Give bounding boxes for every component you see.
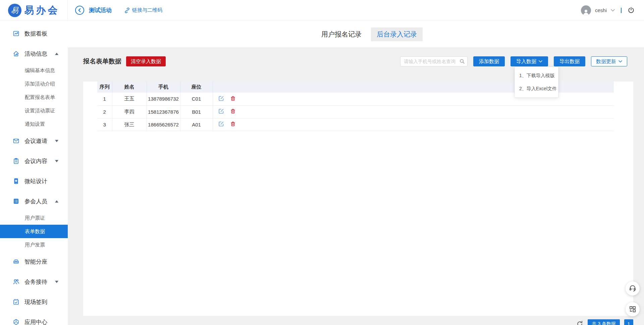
cell-actions xyxy=(213,118,614,131)
sidebar-item-label: 会议内容 xyxy=(24,157,47,165)
sidebar-item-label: 现场签到 xyxy=(24,298,47,306)
sidebar-item-label: 智能分座 xyxy=(24,258,47,266)
chevron-down-icon xyxy=(55,281,58,283)
sidebar-item-label: 数据看板 xyxy=(24,30,47,38)
header-user-area: ceshi xyxy=(581,5,644,15)
sidebar-item-label: 微站设计 xyxy=(24,177,47,185)
dashboard-icon xyxy=(13,30,19,37)
trash-icon xyxy=(230,96,236,101)
app-logo: 易 易办会 xyxy=(0,0,68,20)
sidebar-item-dashboard[interactable]: 数据看板 xyxy=(0,23,68,44)
sidebar-item-reception[interactable]: 会务接待 xyxy=(0,272,68,292)
pagination-bar: 共 3 条数据 1 xyxy=(68,319,633,325)
sidebar-subitem-add-activity-intro[interactable]: 添加活动介绍 xyxy=(0,77,68,91)
panel-title: 报名表单数据 xyxy=(83,57,121,66)
add-data-button[interactable]: 添加数据 xyxy=(473,56,505,66)
table-toolbar: 报名表单数据 清空录入数据 添加数据 导入数据 导出数据 数据更新 xyxy=(83,56,627,66)
sidebar-subitem-edit-basic-info[interactable]: 编辑基本信息 xyxy=(0,64,68,77)
edit-icon xyxy=(218,108,224,114)
chevron-down-icon xyxy=(55,140,58,142)
menu-item-import-excel[interactable]: 2、导入Excel文件 xyxy=(515,82,558,95)
sidebar-item-smart-seating[interactable]: 智能分座 xyxy=(0,252,68,272)
edit-row-button[interactable] xyxy=(218,108,224,115)
chevron-down-icon xyxy=(619,60,622,63)
user-name: ceshi xyxy=(595,7,607,13)
search-input[interactable] xyxy=(400,56,468,66)
tab-backend-entry-records[interactable]: 后台录入记录 xyxy=(371,28,423,41)
cell-actions xyxy=(213,105,614,118)
clipboard-icon xyxy=(13,158,19,164)
logo-glyph: 易 xyxy=(11,5,18,15)
sidebar-item-onsite-checkin[interactable]: 现场签到 xyxy=(0,292,68,312)
cell-seq: 2 xyxy=(97,105,112,118)
refresh-icon xyxy=(576,320,583,325)
search-icon[interactable] xyxy=(460,59,465,64)
cell-seq: 1 xyxy=(97,93,112,105)
link-qrcode-button[interactable]: 链接与二维码 xyxy=(124,7,162,14)
table-row: 2 李四 15812367876 B01 xyxy=(97,105,614,118)
sidebar-item-meeting-invite[interactable]: 会议邀请 xyxy=(0,131,68,151)
sidebar-item-microsite-design[interactable]: 微站设计 xyxy=(0,171,68,191)
cell-seq: 3 xyxy=(97,118,112,131)
qrcode-button[interactable] xyxy=(626,302,640,316)
headset-icon xyxy=(629,284,637,292)
sidebar-item-app-center[interactable]: 应用中心 xyxy=(0,312,68,325)
delete-row-button[interactable] xyxy=(230,108,236,115)
link-icon xyxy=(124,7,130,14)
data-update-label: 数据更新 xyxy=(596,58,616,65)
edit-row-button[interactable] xyxy=(218,96,224,102)
sidebar-item-label: 会议邀请 xyxy=(24,137,47,145)
chevron-up-icon xyxy=(55,53,58,55)
user-icon xyxy=(582,9,590,15)
logo-text: 易办会 xyxy=(24,4,60,17)
cell-phone: 13878986732 xyxy=(147,93,180,105)
sidebar-item-attendees[interactable]: 参会人员 xyxy=(0,191,68,211)
sidebar-item-activity-info[interactable]: 活动信息 xyxy=(0,44,68,64)
export-data-button[interactable]: 导出数据 xyxy=(554,56,585,66)
sidebar-item-meeting-content[interactable]: 会议内容 xyxy=(0,151,68,171)
mail-icon xyxy=(13,138,19,144)
record-tabs-bar: 用户报名记录 后台录入记录 xyxy=(68,21,644,48)
edit-row-button[interactable] xyxy=(218,121,224,128)
sidebar-subitem-notify-settings[interactable]: 通知设置 xyxy=(0,117,68,131)
clear-entered-data-button[interactable]: 清空录入数据 xyxy=(126,56,166,66)
header-seq: 序列 xyxy=(97,82,112,93)
avatar[interactable] xyxy=(581,5,591,15)
sidebar-subitem-form-data[interactable]: 表单数据 xyxy=(0,225,68,238)
cell-seat: B01 xyxy=(180,105,213,118)
data-update-button[interactable]: 数据更新 xyxy=(591,56,627,66)
chevron-up-icon xyxy=(55,200,58,203)
customer-service-button[interactable] xyxy=(626,281,640,295)
chevron-down-icon[interactable] xyxy=(611,9,615,12)
header-phone: 手机 xyxy=(147,82,180,93)
trash-icon xyxy=(230,121,236,127)
sidebar-item-label: 参会人员 xyxy=(24,198,47,205)
sidebar-subitem-set-activity-ticket[interactable]: 设置活动票证 xyxy=(0,104,68,117)
edit-icon xyxy=(218,96,224,101)
tab-user-signup-records[interactable]: 用户报名记录 xyxy=(321,28,362,41)
delete-row-button[interactable] xyxy=(230,96,236,102)
page-number-button[interactable]: 1 xyxy=(624,319,633,325)
cell-phone: 15812367876 xyxy=(147,105,180,118)
cell-name: 张三 xyxy=(112,118,147,131)
calendar-check-icon xyxy=(13,299,19,305)
sidebar-item-label: 会务接待 xyxy=(24,278,47,286)
back-button[interactable] xyxy=(75,6,84,15)
import-data-button[interactable]: 导入数据 xyxy=(511,56,548,66)
sidebar-subitem-user-invoice[interactable]: 用户发票 xyxy=(0,238,68,252)
sidebar-item-label: 活动信息 xyxy=(24,50,47,58)
sidebar-subitem-config-signup-form[interactable]: 配置报名表单 xyxy=(0,91,68,104)
trash-icon xyxy=(230,108,236,114)
link-qrcode-label: 链接与二维码 xyxy=(132,7,162,13)
menu-item-download-template[interactable]: 1、下载导入模版 xyxy=(515,69,558,82)
delete-row-button[interactable] xyxy=(230,121,236,128)
seat-icon xyxy=(13,258,19,265)
sidebar-item-label: 应用中心 xyxy=(24,318,47,325)
logout-power-icon[interactable] xyxy=(628,7,635,14)
sidebar-subitem-user-tickets[interactable]: 用户票证 xyxy=(0,211,68,225)
header-divider xyxy=(621,8,622,13)
chevron-down-icon xyxy=(55,160,58,162)
header-name: 姓名 xyxy=(112,82,147,93)
refresh-button[interactable] xyxy=(576,320,583,325)
header-seat: 座位 xyxy=(180,82,213,93)
